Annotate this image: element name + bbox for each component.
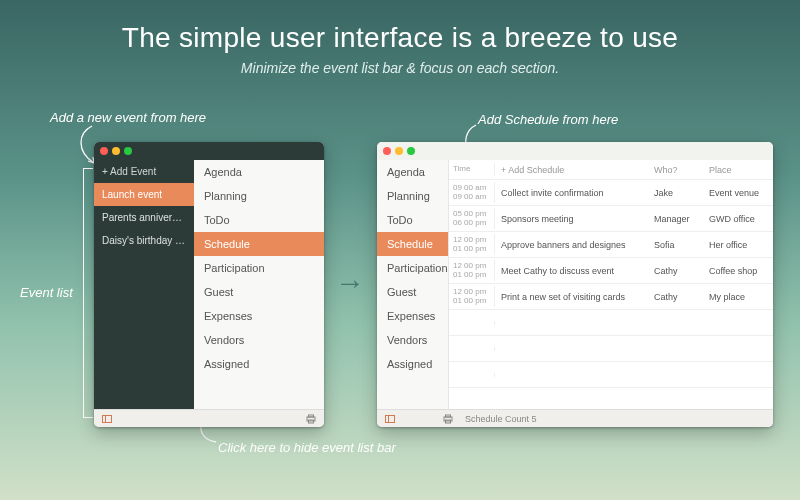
category-item[interactable]: Participation [377, 256, 448, 280]
annot-event-list: Event list [20, 285, 73, 300]
annot-add-schedule: Add Schedule from here [478, 112, 618, 127]
add-event-button[interactable]: + Add Event [94, 160, 194, 183]
category-item[interactable]: ToDo [194, 208, 324, 232]
titlebar [94, 142, 324, 160]
svg-rect-5 [386, 415, 395, 422]
category-list: Agenda Planning ToDo Schedule Participat… [377, 160, 449, 409]
annot-add-event: Add a new event from here [50, 110, 206, 125]
print-icon[interactable] [443, 414, 453, 424]
app-window-events: + Add Event Launch event Parents anniver… [94, 142, 324, 427]
category-item[interactable]: Guest [194, 280, 324, 304]
arrow-right-icon: → [335, 266, 365, 300]
category-item-schedule[interactable]: Schedule [377, 232, 448, 256]
category-item[interactable]: Planning [194, 184, 324, 208]
category-item[interactable]: Agenda [194, 160, 324, 184]
table-header: Time + Add Schedule Who? Place [449, 160, 773, 180]
zoom-icon[interactable] [124, 147, 132, 155]
category-item[interactable]: Assigned [377, 352, 448, 376]
category-item[interactable]: Expenses [377, 304, 448, 328]
print-icon[interactable] [306, 414, 316, 424]
svg-rect-0 [103, 415, 112, 422]
category-item[interactable]: Planning [377, 184, 448, 208]
category-item[interactable]: Guest [377, 280, 448, 304]
table-row-empty [449, 310, 773, 336]
table-row[interactable]: 12 00 pm01 00 pm Print a new set of visi… [449, 284, 773, 310]
toggle-sidebar-icon[interactable] [385, 414, 395, 424]
svg-rect-8 [446, 415, 451, 417]
event-item-launch[interactable]: Launch event [94, 183, 194, 206]
event-list-sidebar: + Add Event Launch event Parents anniver… [94, 160, 194, 409]
category-item[interactable]: Vendors [194, 328, 324, 352]
status-text: Schedule Count 5 [465, 414, 537, 424]
page-subhead: Minimize the event list bar & focus on e… [0, 54, 800, 76]
table-row[interactable]: 05 00 pm06 00 pm Sponsors meeting Manage… [449, 206, 773, 232]
event-item[interactable]: Parents anniversary [94, 206, 194, 229]
category-item[interactable]: Participation [194, 256, 324, 280]
close-icon[interactable] [383, 147, 391, 155]
col-who: Who? [650, 163, 705, 177]
schedule-grid: Time + Add Schedule Who? Place 09 00 am0… [449, 160, 773, 409]
table-row[interactable]: 09 00 am09 00 am Collect invite confirma… [449, 180, 773, 206]
minimize-icon[interactable] [112, 147, 120, 155]
annot-hide-bar: Click here to hide event list bar [218, 440, 396, 455]
event-list-brace [83, 168, 93, 418]
minimize-icon[interactable] [395, 147, 403, 155]
table-row-empty [449, 336, 773, 362]
table-row[interactable]: 12 00 pm01 00 pm Approve banners and des… [449, 232, 773, 258]
page-headline: The simple user interface is a breeze to… [0, 0, 800, 54]
table-row-empty [449, 362, 773, 388]
category-item[interactable]: Vendors [377, 328, 448, 352]
svg-rect-3 [309, 415, 314, 417]
statusbar [94, 409, 324, 427]
category-list: Agenda Planning ToDo Schedule Participat… [194, 160, 324, 409]
close-icon[interactable] [100, 147, 108, 155]
event-item[interactable]: Daisy's birthday party [94, 229, 194, 252]
table-row[interactable]: 12 00 pm01 00 pm Meet Cathy to discuss e… [449, 258, 773, 284]
category-item[interactable]: Agenda [377, 160, 448, 184]
category-item[interactable]: Assigned [194, 352, 324, 376]
add-schedule-button[interactable]: + Add Schedule [495, 163, 650, 177]
zoom-icon[interactable] [407, 147, 415, 155]
category-item-schedule[interactable]: Schedule [194, 232, 324, 256]
category-item[interactable]: Expenses [194, 304, 324, 328]
col-place: Place [705, 163, 773, 177]
statusbar: Schedule Count 5 [377, 409, 773, 427]
toggle-sidebar-icon[interactable] [102, 414, 112, 424]
app-window-schedule: Agenda Planning ToDo Schedule Participat… [377, 142, 773, 427]
category-item[interactable]: ToDo [377, 208, 448, 232]
titlebar [377, 142, 773, 160]
col-time: Time [449, 163, 495, 176]
